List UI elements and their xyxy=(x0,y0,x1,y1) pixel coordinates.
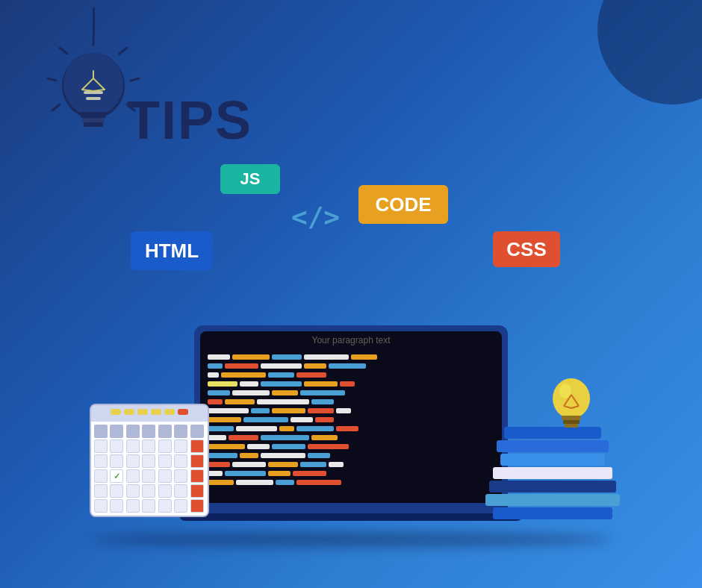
svg-rect-23 xyxy=(565,424,578,428)
svg-rect-11 xyxy=(81,112,106,118)
svg-line-1 xyxy=(60,48,67,54)
svg-rect-22 xyxy=(563,420,580,424)
badge-code: CODE xyxy=(358,185,448,224)
svg-point-8 xyxy=(63,53,123,116)
laptop-screen: Your paragraph text xyxy=(200,331,502,503)
tips-heading: TIPS xyxy=(127,90,252,151)
shadow-ellipse xyxy=(90,532,612,547)
calendar: ✓ xyxy=(90,404,209,517)
svg-line-5 xyxy=(52,104,60,110)
calendar-grid: ✓ xyxy=(91,422,208,516)
laptop: Your paragraph text xyxy=(194,325,508,521)
laptop-bottom xyxy=(179,513,523,521)
badge-css: CSS xyxy=(493,231,560,267)
laptop-screen-outer: Your paragraph text xyxy=(194,325,508,503)
bulb-wire xyxy=(93,7,95,37)
background: TIPS JS CODE HTML CSS </> Your paragraph… xyxy=(0,0,702,588)
svg-point-19 xyxy=(553,378,590,419)
svg-rect-21 xyxy=(562,416,581,420)
laptop-base xyxy=(194,503,508,513)
code-symbol: </> xyxy=(291,201,340,232)
svg-line-3 xyxy=(48,78,56,81)
svg-rect-10 xyxy=(86,97,101,100)
screen-text: Your paragraph text xyxy=(312,335,391,345)
small-lightbulb-icon xyxy=(545,372,597,442)
badge-html: HTML xyxy=(131,231,213,270)
badge-js: JS xyxy=(220,164,280,194)
svg-rect-13 xyxy=(84,122,103,127)
svg-rect-12 xyxy=(82,118,105,122)
corner-circle-decoration xyxy=(597,0,702,104)
code-display xyxy=(208,354,494,485)
calendar-binding-rings xyxy=(111,409,188,415)
svg-line-4 xyxy=(131,78,139,81)
calendar-header xyxy=(91,405,208,422)
svg-line-2 xyxy=(119,48,127,54)
